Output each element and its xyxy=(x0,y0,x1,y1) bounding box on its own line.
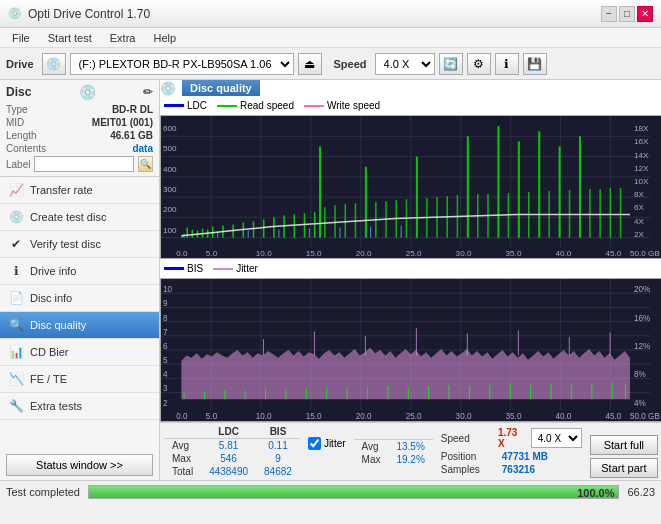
nav-transfer-rate-label: Transfer rate xyxy=(30,184,93,196)
status-window-button[interactable]: Status window >> xyxy=(6,454,153,476)
nav-cd-bier[interactable]: 📊 CD Bier xyxy=(0,339,159,366)
stats-total-label: Total xyxy=(164,465,201,478)
stats-avg-ldc: 5.81 xyxy=(201,439,256,453)
svg-text:12%: 12% xyxy=(634,341,651,351)
speed-label: Speed xyxy=(334,58,367,70)
speed-row: Speed 1.73 X 4.0 X xyxy=(441,427,582,449)
app-title: Opti Drive Control 1.70 xyxy=(28,7,150,21)
nav-drive-info[interactable]: ℹ Drive info xyxy=(0,258,159,285)
svg-text:12X: 12X xyxy=(634,164,649,173)
close-button[interactable]: ✕ xyxy=(637,6,653,22)
svg-text:20.0: 20.0 xyxy=(356,249,372,258)
read-label: Read speed xyxy=(240,100,294,111)
stats-total-bis: 84682 xyxy=(256,465,300,478)
svg-rect-144 xyxy=(416,328,417,355)
svg-rect-146 xyxy=(518,330,519,355)
disc-info-icon: 📄 xyxy=(8,290,24,306)
jitter-checkbox[interactable] xyxy=(308,437,321,450)
status-bar: Test completed 100.0% 66.23 xyxy=(0,480,661,502)
nav-create-test-disc[interactable]: 💿 Create test disc xyxy=(0,204,159,231)
svg-rect-153 xyxy=(265,388,266,399)
jitter-legend-label: Jitter xyxy=(236,263,258,274)
disc-label-input[interactable] xyxy=(34,156,134,172)
samples-val: 763216 xyxy=(502,464,535,475)
svg-rect-43 xyxy=(186,228,188,238)
svg-rect-147 xyxy=(569,337,570,356)
svg-rect-57 xyxy=(304,213,306,237)
settings-button[interactable]: ⚙ xyxy=(467,53,491,75)
disc-mid-val: MEIT01 (001) xyxy=(92,117,153,128)
svg-text:10: 10 xyxy=(163,284,172,294)
svg-rect-54 xyxy=(273,217,275,237)
jitter-stats-table: Avg 13.5% Max 19.2% xyxy=(354,437,433,466)
charts-container: LDC Read speed Write speed xyxy=(160,98,661,422)
minimize-button[interactable]: − xyxy=(601,6,617,22)
nav-verify-test-disc[interactable]: ✔ Verify test disc xyxy=(0,231,159,258)
chart-title: Disc quality xyxy=(182,80,260,96)
start-full-button[interactable]: Start full xyxy=(590,435,657,455)
nav-fe-te[interactable]: 📉 FE / TE xyxy=(0,366,159,393)
svg-rect-163 xyxy=(469,386,470,399)
drive-select[interactable]: (F:) PLEXTOR BD-R PX-LB950SA 1.06 xyxy=(70,53,294,75)
info-button[interactable]: ℹ xyxy=(495,53,519,75)
speed-select[interactable]: 4.0 X xyxy=(375,53,435,75)
lower-legend: BIS Jitter xyxy=(160,261,661,276)
transfer-rate-icon: 📈 xyxy=(8,182,24,198)
drive-label: Drive xyxy=(6,58,34,70)
svg-rect-158 xyxy=(367,387,368,399)
disc-contents-val: data xyxy=(132,143,153,154)
nav-disc-info[interactable]: 📄 Disc info xyxy=(0,285,159,312)
stats-max-ldc: 546 xyxy=(201,452,256,465)
disc-mid-key: MID xyxy=(6,117,24,128)
svg-rect-89 xyxy=(620,188,622,238)
svg-rect-161 xyxy=(428,386,429,399)
menu-extra[interactable]: Extra xyxy=(102,30,144,46)
svg-text:9: 9 xyxy=(163,298,168,308)
nav-transfer-rate[interactable]: 📈 Transfer rate xyxy=(0,177,159,204)
disc-header: Disc 💿 ✏ xyxy=(6,84,153,100)
status-right-val: 66.23 xyxy=(627,486,655,498)
svg-rect-148 xyxy=(610,333,611,356)
drive-icon-btn[interactable]: 💿 xyxy=(42,53,66,75)
svg-text:14X: 14X xyxy=(634,151,649,160)
nav-extra-tests[interactable]: 🔧 Extra tests xyxy=(0,393,159,420)
svg-text:4%: 4% xyxy=(634,397,646,407)
svg-rect-67 xyxy=(579,136,581,237)
svg-text:3: 3 xyxy=(163,383,168,393)
menu-start-test[interactable]: Start test xyxy=(40,30,100,46)
refresh-button[interactable]: 🔄 xyxy=(439,53,463,75)
svg-rect-69 xyxy=(334,205,336,237)
stats-col-bis: BIS xyxy=(256,425,300,439)
svg-text:35.0: 35.0 xyxy=(506,411,522,421)
read-speed-legend: Read speed xyxy=(217,100,294,111)
stats-table: LDC BIS Avg 5.81 0.11 Max 546 9 xyxy=(164,425,300,478)
menu-help[interactable]: Help xyxy=(145,30,184,46)
eject-button[interactable]: ⏏ xyxy=(298,53,322,75)
nav-create-test-disc-label: Create test disc xyxy=(30,211,106,223)
drive-info-icon: ℹ xyxy=(8,263,24,279)
svg-rect-52 xyxy=(253,221,255,237)
svg-rect-58 xyxy=(314,212,316,237)
disc-edit-icon: ✏ xyxy=(143,85,153,99)
nav-disc-quality[interactable]: 🔍 Disc quality xyxy=(0,312,159,339)
disc-length-key: Length xyxy=(6,130,37,141)
menu-file[interactable]: File xyxy=(4,30,38,46)
disc-quality-icon: 🔍 xyxy=(8,317,24,333)
disc-type-row: Type BD-R DL xyxy=(6,104,153,115)
ldc-color xyxy=(164,104,184,107)
label-button[interactable]: 🔍 xyxy=(138,156,153,172)
jitter-checkbox-area: Jitter xyxy=(308,425,346,450)
start-part-button[interactable]: Start part xyxy=(590,458,657,478)
write-speed-legend: Write speed xyxy=(304,100,380,111)
fe-te-icon: 📉 xyxy=(8,371,24,387)
svg-text:5.0: 5.0 xyxy=(206,249,218,258)
speed-inline-select[interactable]: 4.0 X xyxy=(531,428,583,448)
svg-text:25.0: 25.0 xyxy=(406,249,422,258)
svg-rect-62 xyxy=(467,136,469,237)
svg-rect-155 xyxy=(306,388,307,399)
jitter-max-val: 19.2% xyxy=(388,453,432,466)
maximize-button[interactable]: □ xyxy=(619,6,635,22)
save-button[interactable]: 💾 xyxy=(523,53,547,75)
disc-panel: Disc 💿 ✏ Type BD-R DL MID MEIT01 (001) L… xyxy=(0,80,159,177)
svg-text:400: 400 xyxy=(163,165,177,174)
